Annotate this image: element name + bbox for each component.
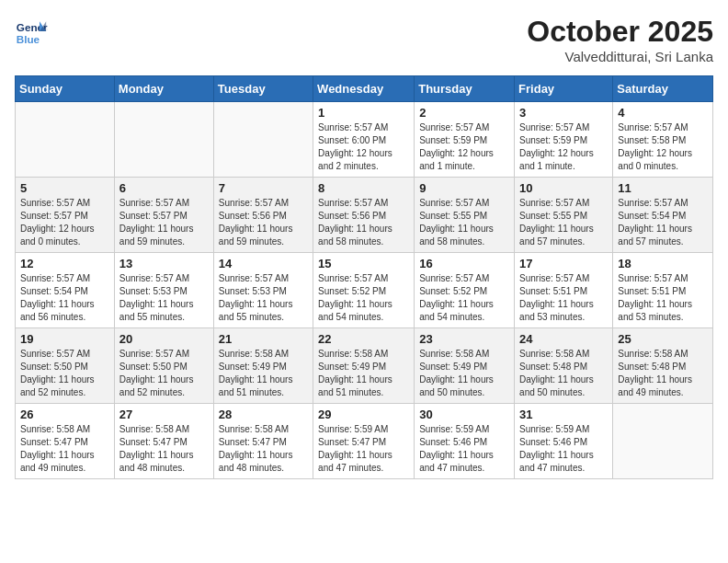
calendar-header-row: SundayMondayTuesdayWednesdayThursdayFrid… — [16, 76, 713, 102]
day-info: Sunrise: 5:58 AM Sunset: 5:49 PM Dayligh… — [219, 348, 308, 399]
calendar-cell — [213, 102, 313, 178]
weekday-header: Wednesday — [313, 76, 415, 102]
day-number: 13 — [119, 257, 209, 270]
day-number: 18 — [618, 257, 708, 270]
day-info: Sunrise: 5:57 AM Sunset: 6:00 PM Dayligh… — [318, 121, 409, 173]
calendar-week-row: 1Sunrise: 5:57 AM Sunset: 6:00 PM Daylig… — [16, 102, 713, 178]
day-info: Sunrise: 5:59 AM Sunset: 5:47 PM Dayligh… — [318, 423, 409, 475]
page-header: General Blue October 2025 Valvedditturai… — [15, 15, 713, 64]
calendar-cell: 27Sunrise: 5:58 AM Sunset: 5:47 PM Dayli… — [114, 404, 213, 479]
calendar-cell: 12Sunrise: 5:57 AM Sunset: 5:54 PM Dayli… — [16, 253, 115, 328]
weekday-header: Sunday — [16, 76, 115, 102]
day-number: 9 — [419, 181, 509, 195]
calendar-cell: 14Sunrise: 5:57 AM Sunset: 5:53 PM Dayli… — [213, 253, 313, 328]
day-info: Sunrise: 5:57 AM Sunset: 5:53 PM Dayligh… — [119, 272, 209, 324]
day-info: Sunrise: 5:57 AM Sunset: 5:57 PM Dayligh… — [119, 197, 209, 248]
day-info: Sunrise: 5:57 AM Sunset: 5:51 PM Dayligh… — [618, 272, 708, 324]
calendar-cell: 9Sunrise: 5:57 AM Sunset: 5:55 PM Daylig… — [415, 178, 515, 253]
calendar-cell: 13Sunrise: 5:57 AM Sunset: 5:53 PM Dayli… — [114, 253, 213, 328]
day-number: 6 — [119, 181, 209, 195]
calendar-cell: 23Sunrise: 5:58 AM Sunset: 5:49 PM Dayli… — [415, 328, 515, 404]
day-info: Sunrise: 5:59 AM Sunset: 5:46 PM Dayligh… — [519, 423, 608, 475]
day-info: Sunrise: 5:57 AM Sunset: 5:59 PM Dayligh… — [419, 121, 509, 173]
day-number: 10 — [519, 181, 608, 195]
calendar-cell: 31Sunrise: 5:59 AM Sunset: 5:46 PM Dayli… — [515, 404, 613, 479]
weekday-header: Friday — [515, 76, 613, 102]
weekday-header: Saturday — [613, 76, 713, 102]
calendar-cell: 26Sunrise: 5:58 AM Sunset: 5:47 PM Dayli… — [16, 404, 115, 479]
day-info: Sunrise: 5:58 AM Sunset: 5:47 PM Dayligh… — [219, 423, 308, 475]
calendar-cell: 17Sunrise: 5:57 AM Sunset: 5:51 PM Dayli… — [515, 253, 613, 328]
day-info: Sunrise: 5:57 AM Sunset: 5:51 PM Dayligh… — [519, 272, 608, 324]
calendar-cell: 20Sunrise: 5:57 AM Sunset: 5:50 PM Dayli… — [114, 328, 213, 404]
location-subtitle: Valvedditturai, Sri Lanka — [527, 49, 713, 64]
calendar-cell: 10Sunrise: 5:57 AM Sunset: 5:55 PM Dayli… — [515, 178, 613, 253]
calendar-cell — [16, 102, 115, 178]
month-title: October 2025 — [527, 15, 713, 49]
day-number: 30 — [419, 408, 509, 421]
day-number: 27 — [119, 408, 209, 421]
day-info: Sunrise: 5:57 AM Sunset: 5:57 PM Dayligh… — [20, 197, 109, 248]
day-number: 17 — [519, 257, 608, 270]
calendar-cell: 11Sunrise: 5:57 AM Sunset: 5:54 PM Dayli… — [613, 178, 713, 253]
day-info: Sunrise: 5:57 AM Sunset: 5:50 PM Dayligh… — [20, 348, 109, 399]
calendar-cell: 19Sunrise: 5:57 AM Sunset: 5:50 PM Dayli… — [16, 328, 115, 404]
calendar-cell: 4Sunrise: 5:57 AM Sunset: 5:58 PM Daylig… — [613, 102, 713, 178]
calendar-cell: 15Sunrise: 5:57 AM Sunset: 5:52 PM Dayli… — [313, 253, 415, 328]
calendar-week-row: 5Sunrise: 5:57 AM Sunset: 5:57 PM Daylig… — [16, 178, 713, 253]
calendar-cell: 30Sunrise: 5:59 AM Sunset: 5:46 PM Dayli… — [415, 404, 515, 479]
day-number: 25 — [618, 332, 708, 346]
calendar-cell: 21Sunrise: 5:58 AM Sunset: 5:49 PM Dayli… — [213, 328, 313, 404]
day-info: Sunrise: 5:57 AM Sunset: 5:56 PM Dayligh… — [318, 197, 409, 248]
day-number: 5 — [20, 181, 109, 195]
day-info: Sunrise: 5:57 AM Sunset: 5:52 PM Dayligh… — [318, 272, 409, 324]
day-number: 7 — [219, 181, 308, 195]
day-info: Sunrise: 5:58 AM Sunset: 5:47 PM Dayligh… — [20, 423, 109, 475]
day-number: 14 — [219, 257, 308, 270]
calendar-cell: 29Sunrise: 5:59 AM Sunset: 5:47 PM Dayli… — [313, 404, 415, 479]
calendar-week-row: 19Sunrise: 5:57 AM Sunset: 5:50 PM Dayli… — [16, 328, 713, 404]
day-number: 29 — [318, 408, 409, 421]
day-number: 2 — [419, 106, 509, 120]
day-number: 12 — [20, 257, 109, 270]
calendar-cell: 16Sunrise: 5:57 AM Sunset: 5:52 PM Dayli… — [415, 253, 515, 328]
day-info: Sunrise: 5:59 AM Sunset: 5:46 PM Dayligh… — [419, 423, 509, 475]
day-number: 4 — [618, 106, 708, 120]
day-number: 20 — [119, 332, 209, 346]
calendar-table: SundayMondayTuesdayWednesdayThursdayFrid… — [15, 75, 713, 479]
calendar-cell: 28Sunrise: 5:58 AM Sunset: 5:47 PM Dayli… — [213, 404, 313, 479]
calendar-cell: 1Sunrise: 5:57 AM Sunset: 6:00 PM Daylig… — [313, 102, 415, 178]
day-info: Sunrise: 5:58 AM Sunset: 5:48 PM Dayligh… — [618, 348, 708, 399]
day-number: 22 — [318, 332, 409, 346]
weekday-header: Thursday — [415, 76, 515, 102]
day-number: 15 — [318, 257, 409, 270]
day-info: Sunrise: 5:57 AM Sunset: 5:54 PM Dayligh… — [20, 272, 109, 324]
title-block: October 2025 Valvedditturai, Sri Lanka — [527, 15, 713, 64]
calendar-cell: 18Sunrise: 5:57 AM Sunset: 5:51 PM Dayli… — [613, 253, 713, 328]
day-number: 16 — [419, 257, 509, 270]
calendar-cell: 3Sunrise: 5:57 AM Sunset: 5:59 PM Daylig… — [515, 102, 613, 178]
calendar-week-row: 12Sunrise: 5:57 AM Sunset: 5:54 PM Dayli… — [16, 253, 713, 328]
logo-icon: General Blue — [15, 15, 48, 48]
weekday-header: Monday — [114, 76, 213, 102]
day-number: 28 — [219, 408, 308, 421]
calendar-cell: 2Sunrise: 5:57 AM Sunset: 5:59 PM Daylig… — [415, 102, 515, 178]
svg-text:Blue: Blue — [17, 33, 40, 45]
day-info: Sunrise: 5:58 AM Sunset: 5:49 PM Dayligh… — [419, 348, 509, 399]
day-info: Sunrise: 5:57 AM Sunset: 5:58 PM Dayligh… — [618, 121, 708, 173]
day-info: Sunrise: 5:57 AM Sunset: 5:55 PM Dayligh… — [519, 197, 608, 248]
calendar-cell: 6Sunrise: 5:57 AM Sunset: 5:57 PM Daylig… — [114, 178, 213, 253]
day-info: Sunrise: 5:57 AM Sunset: 5:59 PM Dayligh… — [519, 121, 608, 173]
calendar-cell: 5Sunrise: 5:57 AM Sunset: 5:57 PM Daylig… — [16, 178, 115, 253]
day-number: 8 — [318, 181, 409, 195]
day-number: 24 — [519, 332, 608, 346]
calendar-cell: 24Sunrise: 5:58 AM Sunset: 5:48 PM Dayli… — [515, 328, 613, 404]
day-info: Sunrise: 5:57 AM Sunset: 5:56 PM Dayligh… — [219, 197, 308, 248]
calendar-cell — [613, 404, 713, 479]
day-number: 31 — [519, 408, 608, 421]
day-number: 1 — [318, 106, 409, 120]
weekday-header: Tuesday — [213, 76, 313, 102]
logo: General Blue — [15, 15, 48, 48]
day-info: Sunrise: 5:58 AM Sunset: 5:48 PM Dayligh… — [519, 348, 608, 399]
calendar-cell — [114, 102, 213, 178]
